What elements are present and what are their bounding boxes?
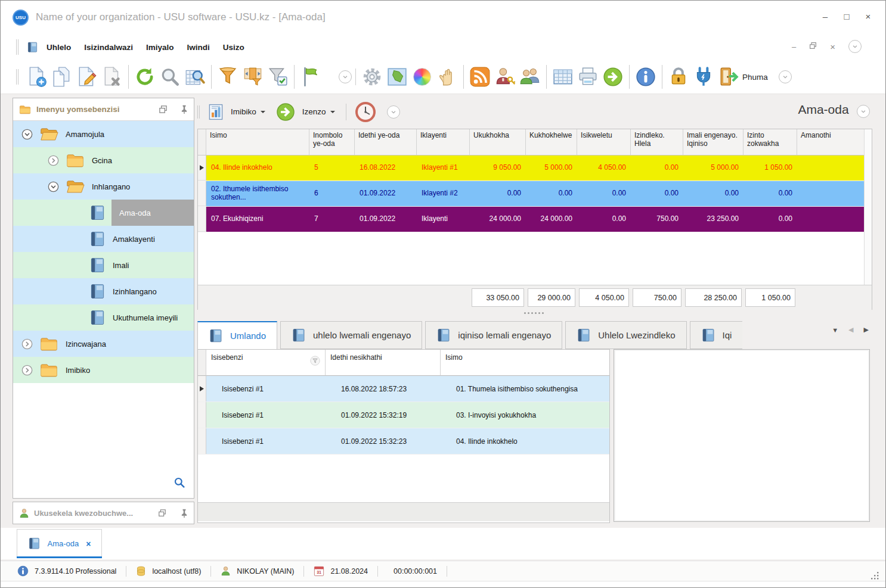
close-button[interactable]: × [863,11,873,21]
cell-izinto[interactable]: 1 050.00 [744,155,797,181]
column-header[interactable]: Ukukhokha [470,129,526,155]
resize-grip[interactable] [870,571,879,583]
cell-iklayenti[interactable]: Iklayenti [417,207,470,232]
cell-amanothi[interactable] [797,155,872,181]
maximize-button[interactable]: □ [841,11,852,21]
sidebar-item-izinhlangano[interactable]: Izinhlangano [13,278,194,304]
minimize-button[interactable]: – [820,11,831,21]
cell-amanothi[interactable] [797,181,872,206]
cell-imali-engenayo[interactable]: 5 000.00 [683,155,744,181]
cell-idethi[interactable]: 01.09.2022 15:32:19 [326,402,441,428]
cell-izindleko[interactable]: 0.00 [631,155,683,181]
cell-kukhokhelwe[interactable]: 0.00 [526,181,577,206]
tab-close-icon[interactable]: × [86,539,91,549]
cell-idethi[interactable]: 16.08.2022 18:57:23 [326,376,441,402]
sidebar-item-izincwajana[interactable]: Izincwajana [13,331,194,357]
new-document-icon[interactable] [24,64,49,89]
mdi-restore-button[interactable] [809,42,817,51]
column-header[interactable]: Inombolo ye-oda [309,129,355,155]
expand-node-icon[interactable] [21,338,33,350]
sidebar-item-imibiko[interactable]: Imibiko [13,357,194,383]
column-header[interactable]: Idethi ye-oda [355,129,417,155]
color-wheel-icon[interactable] [410,64,435,89]
search-table-icon[interactable] [182,64,207,89]
pin-icon[interactable] [181,105,188,114]
reports-dropdown-button[interactable]: Imibiko [226,105,270,119]
cell-isikweletu[interactable]: 4 050.00 [577,155,631,181]
cell-izindleko[interactable]: 0.00 [631,181,683,206]
cell-isimo[interactable]: 02. Ithumele isithembiso sokuthen... [206,181,309,206]
cell-iklayenti[interactable]: Iklayenti #2 [417,181,470,206]
column-header[interactable]: Isimo [441,350,609,376]
cell-isisebenzi[interactable]: Isisebenzi #1 [206,376,326,402]
subbar-customize-icon[interactable] [387,105,400,119]
sidebar-item-imali[interactable]: Imali [13,252,194,278]
go-forward-icon[interactable] [600,64,625,89]
cell-izindleko[interactable]: 750.00 [631,207,683,232]
tab-uhlelo-lwemali[interactable]: uhlelo lwemali engenayo [280,321,422,349]
info-icon[interactable] [633,64,658,89]
toolbar-grip[interactable] [16,39,18,55]
tab-scroll-right-icon[interactable]: ▶ [864,326,869,334]
toolbar-more-icon[interactable] [339,70,352,83]
column-header[interactable]: Idethi nesikhathi [326,350,441,376]
column-header[interactable]: Isikweletu [577,129,631,155]
cell-idethi[interactable]: 01.09.2022 [355,207,417,232]
pin-icon[interactable] [181,509,188,518]
cell-isisebenzi[interactable]: Isisebenzi #1 [206,402,326,428]
menu-customize-icon[interactable] [848,40,862,53]
mdi-minimize-button[interactable]: – [792,42,796,51]
cell-imali-engenayo[interactable]: 0.00 [683,181,744,206]
plugin-icon[interactable] [691,64,716,89]
cell-isimo[interactable]: 07. Ekukhiqizeni [206,207,309,232]
sidebar-item-ukuthumela-imeyili[interactable]: Ukuthumela imeyili [13,304,194,331]
rss-feed-icon[interactable] [467,64,492,89]
splitter-handle[interactable] [524,311,546,315]
cell-idethi[interactable]: 01.09.2022 [355,181,417,206]
search-icon[interactable] [157,64,182,89]
users-group-icon[interactable] [518,64,543,89]
vertical-scrollbar[interactable] [864,129,872,285]
flag-icon[interactable] [298,64,323,89]
tab-iqiniso-lemali[interactable]: iqiniso lemali engenayo [425,321,562,349]
map-icon[interactable] [385,64,410,89]
column-header[interactable]: Imali engenayo. Iqiniso [683,129,744,155]
column-header[interactable]: Kukhokhelwe [526,129,577,155]
delete-document-icon[interactable] [100,64,125,89]
tab-dropdown-icon[interactable]: ▼ [832,326,838,334]
history-row[interactable]: Isisebenzi #1 01.09.2022 15:32:23 04. Il… [198,428,609,455]
column-header[interactable]: Isisebenzi [206,350,326,376]
filter-icon[interactable] [215,64,240,89]
cell-ukukhokha[interactable]: 0.00 [470,181,526,206]
menu-imiyalo[interactable]: Imiyalo [140,39,181,55]
table-row[interactable]: 04. Ilinde inkokhelo 5 16.08.2022 Iklaye… [198,155,872,181]
filter-columns-icon[interactable] [240,64,265,89]
toolbar-customize-icon[interactable] [779,70,792,83]
menu-usizo[interactable]: Usizo [216,39,251,55]
info-icon[interactable] [17,565,29,577]
cell-imali-engenayo[interactable]: 23 250.00 [683,207,744,232]
sidebar-item-ama-oda[interactable]: Ama-oda [13,200,194,226]
cell-iklayenti[interactable]: Iklayenti #1 [417,155,470,181]
table-row[interactable]: 02. Ithumele isithembiso sokuthen... 6 0… [198,181,872,207]
cell-idethi[interactable]: 16.08.2022 [355,155,417,181]
column-filter-icon[interactable] [310,356,320,368]
collapse-node-icon[interactable] [48,181,59,192]
column-header[interactable]: Iklayenti [417,129,470,155]
float-panel-icon[interactable] [159,105,168,114]
column-header[interactable]: Izindleko. Hlela [631,129,683,155]
column-header[interactable]: Isimo [206,129,309,155]
mdi-close-button[interactable]: × [830,42,835,52]
actions-dropdown-button[interactable]: Izenzo [298,105,340,119]
table-grid-icon[interactable] [550,64,575,89]
history-row[interactable]: Isisebenzi #1 16.08.2022 18:57:23 01. Th… [198,376,609,402]
cell-isisebenzi[interactable]: Isisebenzi #1 [206,428,326,454]
cell-kukhokhelwe[interactable]: 24 000.00 [526,207,577,232]
printer-icon[interactable] [575,64,600,89]
cell-isikweletu[interactable]: 0.00 [577,181,631,206]
subbar-grip[interactable] [197,105,200,119]
menu-iwindi[interactable]: Iwindi [181,39,216,55]
support-panel[interactable]: Ukusekela kwezobuchwe... [13,502,194,524]
cell-inombolo[interactable]: 6 [309,181,355,206]
cell-ukukhokha[interactable]: 9 050.00 [470,155,526,181]
